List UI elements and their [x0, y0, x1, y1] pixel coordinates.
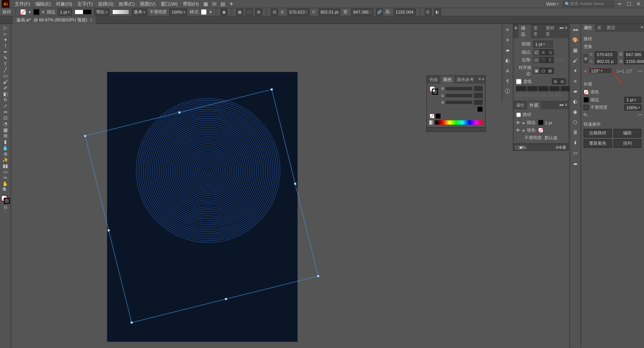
symbol-sprayer-tool[interactable]: ✨ — [1, 157, 10, 163]
mask-button[interactable]: ◧ — [434, 9, 441, 15]
menu-type[interactable]: 文字(T) — [75, 1, 95, 7]
r-value[interactable] — [474, 86, 482, 91]
fx-label[interactable]: fx. — [584, 112, 588, 117]
swatches-tab[interactable]: 色板 — [427, 76, 440, 84]
blend-tool[interactable]: ⊚ — [1, 151, 10, 157]
eyedropper-tool[interactable]: 💧 — [1, 145, 10, 151]
weight-field[interactable]: 1 pt — [533, 41, 553, 48]
color-guide-tab[interactable]: 颜色参考 — [454, 76, 477, 84]
layers-tab[interactable]: 图层 — [604, 24, 618, 32]
properties-tab[interactable]: 属性 — [581, 24, 595, 32]
canvas[interactable]: 色板 颜色 颜色参考 ≡× R G B — [11, 24, 644, 348]
magic-wand-tool[interactable]: ✦ — [1, 37, 10, 43]
libraries-tab[interactable]: 库 — [595, 24, 604, 32]
recolor-button[interactable]: 重新着色 — [584, 139, 612, 148]
profile-dropdown[interactable] — [74, 9, 92, 14]
y-field[interactable]: 802.01 p — [595, 58, 617, 64]
char-dock-icon[interactable]: ¶ — [504, 77, 512, 85]
opacity-field[interactable]: 100% — [624, 104, 641, 110]
info-dock-icon[interactable]: ⓘ — [504, 87, 512, 95]
layers-icon[interactable]: ≣ — [571, 129, 579, 136]
uniform-dropdown[interactable]: 等比 — [94, 9, 109, 15]
stroke-swatch[interactable] — [33, 9, 39, 15]
gradient-tool[interactable]: ▮ — [1, 139, 10, 145]
opacity-row-value[interactable]: 默认值 — [545, 135, 557, 141]
rotate-field[interactable]: 120° — [589, 68, 612, 74]
expand-dock-icon[interactable]: ◂◂ — [571, 26, 579, 33]
align-stroke-buttons[interactable]: ▣▢▤ — [533, 68, 554, 74]
shape-builder-tool[interactable]: ◔ — [1, 121, 10, 127]
panel-close-icon[interactable]: × — [482, 77, 484, 83]
black-swatch-2[interactable] — [435, 113, 440, 119]
visibility-icon[interactable]: 👁 — [516, 128, 521, 133]
menu-object[interactable]: 对象(O) — [53, 1, 75, 7]
free-transform-tool[interactable]: ⊡ — [1, 115, 10, 121]
r-slider[interactable] — [446, 87, 472, 91]
zoom-tool[interactable]: 🔍 — [1, 187, 10, 193]
new-fill-icon[interactable]: ▢ — [515, 145, 519, 149]
asset-export-icon[interactable]: ⬇ — [571, 139, 579, 146]
appearance-icon[interactable]: ◉ — [571, 108, 579, 116]
corner-buttons[interactable]: ⌐⌒⌈ — [533, 57, 554, 63]
dashed-checkbox[interactable] — [516, 79, 521, 84]
group-button[interactable]: 编组 — [613, 129, 641, 137]
bridge-icon[interactable]: ▦ — [202, 1, 209, 6]
graphic-styles-icon[interactable]: ⬡ — [571, 118, 579, 126]
selection-tool[interactable]: ▷ — [1, 25, 10, 31]
stroke-tab[interactable]: 描边 — [518, 24, 531, 38]
artboards-icon[interactable]: ▭ — [571, 149, 579, 157]
type-dock-icon[interactable]: A — [504, 67, 512, 75]
pen-tool[interactable]: ✒ — [1, 49, 10, 55]
stroke-weight-field[interactable]: 1 pt — [58, 9, 72, 15]
delete-icon[interactable]: 🗑 — [562, 145, 567, 149]
g-slider[interactable] — [446, 94, 472, 97]
w-field[interactable]: 847.385 — [624, 51, 644, 57]
opacity-field[interactable]: 100% — [169, 9, 187, 15]
panel-menu-icon[interactable]: ≡ — [641, 25, 643, 31]
new-stroke-icon[interactable]: ▣ — [519, 145, 523, 149]
line-tool[interactable]: ╱ — [1, 67, 10, 73]
curvature-tool[interactable]: ✎ — [1, 55, 10, 61]
expand-dock-icon-2[interactable]: ≡ — [504, 26, 512, 33]
gradient-icon[interactable]: ▰ — [571, 87, 579, 95]
fill-swatch[interactable] — [20, 9, 26, 15]
panel-menu-icon[interactable]: ≡ — [565, 25, 567, 37]
color-icon[interactable]: 🎨 — [571, 36, 579, 44]
h-field[interactable]: 1155.004 — [624, 58, 644, 64]
black-swatch[interactable] — [477, 107, 482, 112]
clear-icon[interactable]: ⊘ — [555, 145, 559, 149]
b-value[interactable] — [474, 100, 482, 105]
rectangle-tool[interactable]: ▭ — [1, 73, 10, 79]
arrange-button[interactable]: 排列 — [613, 139, 641, 148]
style-swatch[interactable] — [201, 9, 207, 15]
gradient-dock-icon[interactable]: ▰ — [504, 46, 512, 54]
offset-path-button[interactable]: 位移路径 — [584, 129, 612, 137]
duplicate-icon[interactable]: ⊕ — [559, 145, 562, 149]
recolor-button[interactable]: ◉ — [221, 9, 227, 15]
none-swatch[interactable] — [429, 113, 434, 119]
gpu-icon[interactable]: ✈ — [228, 1, 235, 6]
scale-tool[interactable]: ⤢ — [1, 103, 10, 109]
appearance-more-icon[interactable]: ••• — [638, 112, 642, 117]
stroke-dock-icon[interactable]: ≡ — [504, 36, 512, 44]
menu-file[interactable]: 文件(F) — [12, 1, 33, 7]
menu-effect[interactable]: 效果(C) — [116, 1, 137, 7]
menu-select[interactable]: 选择(S) — [95, 1, 116, 7]
align-button[interactable]: ▦ — [236, 9, 243, 15]
spectrum-bar[interactable] — [429, 120, 482, 125]
panel-collapse-icon[interactable]: ▸▸ — [560, 25, 564, 37]
slice-tool[interactable]: ✂ — [1, 175, 10, 181]
stock-icon[interactable]: St — [211, 1, 218, 6]
maximize-button[interactable]: ☐ — [626, 1, 632, 6]
close-tab-icon[interactable]: × — [90, 18, 92, 22]
rotate-tool[interactable]: ↻ — [1, 97, 10, 103]
artboard-tool[interactable]: ▭ — [1, 169, 10, 175]
swatches-icon[interactable]: ▦ — [571, 46, 579, 54]
close-button[interactable]: ✕ — [635, 1, 641, 6]
libraries-icon[interactable]: ☁ — [571, 159, 579, 167]
type-tool[interactable]: T — [1, 61, 10, 67]
menu-help[interactable]: 帮助(H) — [180, 1, 202, 7]
y-field[interactable]: 802.01 pt — [318, 9, 341, 15]
stroke-row-value[interactable]: 1 pt — [545, 120, 552, 125]
cap-buttons[interactable]: ⊏⊂⊐ — [533, 49, 554, 55]
